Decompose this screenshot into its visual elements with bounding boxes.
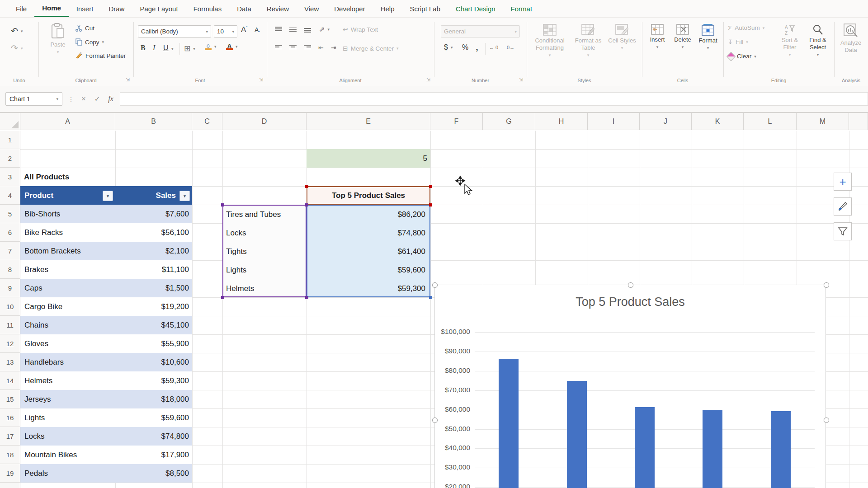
- table-cell-sales[interactable]: $7,600: [115, 205, 192, 223]
- product-filter-button[interactable]: ▾: [103, 191, 113, 201]
- menu-tab-developer[interactable]: Developer: [326, 1, 373, 17]
- row-header-9[interactable]: 9: [0, 279, 20, 297]
- column-header-E[interactable]: E: [307, 113, 430, 130]
- row-header-14[interactable]: 14: [0, 371, 20, 390]
- worksheet-grid[interactable]: ABCDEFGHIJKLM 12345678910111213141516171…: [0, 113, 868, 488]
- table-cell-sales[interactable]: $45,100: [115, 316, 192, 334]
- decrease-font-button[interactable]: Aˇ: [255, 26, 260, 35]
- menu-tab-draw[interactable]: Draw: [101, 1, 132, 17]
- percent-style-button[interactable]: %: [462, 43, 468, 52]
- name-box[interactable]: Chart 1 ▾: [5, 92, 62, 106]
- range-e5-e9[interactable]: $86,200$74,800$61,400$59,600$59,300: [307, 205, 430, 297]
- cell-a3-all-products[interactable]: All Products: [24, 168, 160, 186]
- menu-tab-chart-design[interactable]: Chart Design: [448, 1, 503, 17]
- menu-tab-format[interactable]: Format: [503, 1, 540, 17]
- undo-button[interactable]: ↶▾: [11, 26, 23, 36]
- row-header-13[interactable]: 13: [0, 353, 20, 371]
- format-as-table-button[interactable]: Format as Table ▾: [571, 24, 605, 59]
- italic-button[interactable]: I: [153, 44, 155, 52]
- table-cell-sales[interactable]: $17,900: [115, 446, 192, 464]
- redo-button[interactable]: ↷▾: [11, 43, 23, 53]
- chart-selection-handle[interactable]: [432, 282, 438, 288]
- row-header-1[interactable]: 1: [0, 131, 20, 149]
- chart-bar-locks[interactable]: [567, 381, 587, 488]
- chart-filters-button[interactable]: [834, 222, 852, 240]
- top5-sales[interactable]: $61,400: [307, 242, 429, 261]
- sort-filter-button[interactable]: AZ Sort & Filter ▾: [777, 24, 803, 58]
- row-header-20[interactable]: 20: [0, 483, 20, 488]
- table-row[interactable]: Gloves$55,900: [20, 334, 192, 353]
- table-cell-sales[interactable]: $10,600: [115, 353, 192, 371]
- conditional-formatting-button[interactable]: Conditional Formatting ▾: [530, 24, 569, 59]
- column-header-K[interactable]: K: [692, 113, 744, 130]
- column-header-G[interactable]: G: [483, 113, 535, 130]
- formula-input[interactable]: [120, 92, 868, 106]
- font-size-select[interactable]: 10▾: [214, 25, 237, 38]
- increase-decimal-button[interactable]: ←.0: [489, 45, 498, 50]
- borders-button[interactable]: ⊞▾: [184, 44, 195, 53]
- analyze-data-button[interactable]: Analyze Data: [837, 23, 865, 54]
- wrap-text-button[interactable]: ↩ Wrap Text: [343, 26, 378, 33]
- decrease-indent-button[interactable]: ⇤: [318, 44, 324, 51]
- top5-sales[interactable]: $59,300: [307, 279, 429, 298]
- orientation-button[interactable]: ⇗▾: [319, 25, 330, 33]
- row-header-2[interactable]: 2: [0, 149, 20, 168]
- align-top-button[interactable]: [275, 27, 282, 33]
- column-header-D[interactable]: D: [222, 113, 307, 130]
- autosum-button[interactable]: Σ AutoSum▾: [728, 24, 764, 32]
- table-cell-sales[interactable]: $55,900: [115, 334, 192, 353]
- table-cell-product[interactable]: Bib-Shorts: [20, 205, 115, 223]
- column-header-C[interactable]: C: [192, 113, 222, 130]
- chart-selection-handle[interactable]: [824, 282, 829, 288]
- table-row[interactable]: Pedals$8,500: [20, 464, 192, 483]
- bar-chart[interactable]: Top 5 Product Sales$0$10,000$20,000$30,0…: [434, 285, 826, 488]
- column-header-F[interactable]: F: [430, 113, 483, 130]
- top5-product[interactable]: Locks: [226, 224, 306, 242]
- table-row[interactable]: Bottom Brackets$2,100: [20, 242, 192, 260]
- top5-sales[interactable]: $74,800: [307, 224, 429, 242]
- fill-color-button[interactable]: ◊▾: [205, 43, 217, 50]
- red-range-handle[interactable]: [429, 203, 432, 206]
- insert-function-icon[interactable]: fx: [105, 92, 117, 106]
- chart-elements-button[interactable]: +: [834, 173, 852, 191]
- table-cell-product[interactable]: Pedals: [20, 464, 115, 483]
- table-row[interactable]: Mountain Bikes$17,900: [20, 446, 192, 464]
- row-header-19[interactable]: 19: [0, 464, 20, 483]
- table-cell-product[interactable]: Gloves: [20, 334, 115, 353]
- column-header-M[interactable]: M: [797, 113, 849, 130]
- font-color-button[interactable]: A▾: [226, 43, 238, 50]
- increase-indent-button[interactable]: ⇥: [331, 44, 336, 51]
- top5-sales[interactable]: $86,200: [307, 205, 429, 224]
- cut-button[interactable]: Cut: [75, 25, 94, 32]
- paste-button[interactable]: Paste ▾: [45, 23, 71, 56]
- menu-tab-file[interactable]: File: [8, 1, 34, 17]
- row-header-17[interactable]: 17: [0, 427, 20, 446]
- column-header-H[interactable]: H: [535, 113, 588, 130]
- table-cell-sales[interactable]: $2,100: [115, 242, 192, 260]
- align-center-button[interactable]: [289, 45, 297, 51]
- font-name-select[interactable]: Calibri (Body)▾: [138, 25, 211, 38]
- accounting-format-button[interactable]: $▾: [444, 43, 453, 52]
- chart-bar-tires-and-tubes[interactable]: [499, 359, 519, 488]
- table-row[interactable]: Bike Racks$56,100: [20, 223, 192, 242]
- row-header-6[interactable]: 6: [0, 223, 20, 242]
- enter-icon[interactable]: ✓: [91, 92, 103, 106]
- table-row[interactable]: Cargo Bike$19,200: [20, 297, 192, 316]
- select-all-corner[interactable]: [0, 113, 20, 130]
- underline-button[interactable]: U: [163, 44, 169, 52]
- purple-range-handle[interactable]: [221, 296, 224, 299]
- table-cell-sales[interactable]: $74,800: [115, 427, 192, 446]
- chart-bar-tights[interactable]: [635, 407, 655, 488]
- format-painter-button[interactable]: Format Painter: [75, 52, 126, 59]
- range-e4-header[interactable]: Top 5 Product Sales: [307, 186, 430, 205]
- table-cell-product[interactable]: Bottom Brackets: [20, 242, 115, 260]
- row-header-12[interactable]: 12: [0, 334, 20, 353]
- table-row[interactable]: Handlebars$10,600: [20, 353, 192, 371]
- menu-tab-view[interactable]: View: [297, 1, 326, 17]
- table-cell-product[interactable]: Locks: [20, 427, 115, 446]
- purple-range-handle[interactable]: [221, 203, 224, 206]
- sales-filter-button[interactable]: ▾: [179, 191, 190, 201]
- menu-tab-page-layout[interactable]: Page Layout: [132, 1, 185, 17]
- table-cell-sales[interactable]: $11,100: [115, 260, 192, 279]
- clear-button[interactable]: Clear▾: [728, 53, 756, 60]
